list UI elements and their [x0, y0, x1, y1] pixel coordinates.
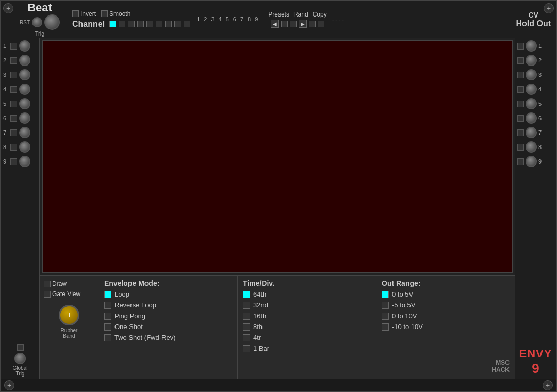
trig-item-3: 3	[3, 69, 37, 80]
cv-checkbox-2[interactable]	[517, 57, 524, 64]
invert-checkbox[interactable]	[72, 10, 79, 17]
envelope-mode-reverse-loop[interactable]: Reverse Loop	[104, 301, 232, 309]
trig-knob-6[interactable]	[19, 112, 30, 124]
channel-btn-9[interactable]	[184, 21, 190, 27]
time-1bar[interactable]: 1 Bar	[243, 345, 371, 352]
channel-btn-2[interactable]	[119, 21, 125, 27]
range-neg5-5v-checkbox[interactable]	[382, 302, 389, 309]
global-trig-knob[interactable]	[14, 353, 26, 364]
trig-knob-3[interactable]	[19, 69, 30, 80]
trig-knob-4[interactable]	[19, 84, 30, 95]
time-4tr[interactable]: 4tr	[243, 334, 371, 341]
invert-option[interactable]: Invert	[72, 10, 96, 18]
gate-view-checkbox[interactable]	[44, 291, 51, 298]
trig-knob-8[interactable]	[19, 141, 30, 153]
cv-knob-1[interactable]	[526, 40, 537, 52]
envelope-mode-one-shot[interactable]: One Shot	[104, 323, 232, 331]
time-16th[interactable]: 16th	[243, 312, 371, 320]
beat-knob[interactable]	[44, 14, 60, 30]
time-8th[interactable]: 8th	[243, 323, 371, 331]
prev-preset-btn[interactable]: ◀	[271, 20, 279, 28]
cv-knob-5[interactable]	[526, 98, 537, 109]
cv-checkbox-6[interactable]	[517, 115, 524, 122]
cv-knob-9[interactable]	[526, 156, 537, 167]
trig-checkbox-1[interactable]	[10, 43, 17, 50]
cv-checkbox-5[interactable]	[517, 101, 524, 107]
cv-knob-6[interactable]	[526, 112, 537, 124]
range-0-10v-checkbox[interactable]	[382, 313, 389, 320]
trig-knob-7[interactable]	[19, 127, 30, 138]
envelope-mode-two-shot[interactable]: Two Shot (Fwd-Rev)	[104, 334, 232, 341]
rand-btn[interactable]	[309, 21, 316, 27]
time-4tr-checkbox[interactable]	[243, 334, 250, 341]
time-32nd-checkbox[interactable]	[243, 302, 250, 309]
cv-checkbox-9[interactable]	[517, 158, 524, 165]
trig-knob-1[interactable]	[19, 40, 30, 52]
trig-checkbox-5[interactable]	[10, 101, 17, 107]
trig-checkbox-8[interactable]	[10, 144, 17, 151]
channel-btn-3[interactable]	[128, 21, 135, 27]
cv-knob-3[interactable]	[526, 69, 537, 80]
smooth-option[interactable]: Smooth	[101, 10, 130, 18]
cv-checkbox-7[interactable]	[517, 129, 524, 136]
two-shot-checkbox[interactable]	[104, 334, 111, 341]
smooth-checkbox[interactable]	[101, 10, 108, 17]
channel-btn-6[interactable]	[156, 21, 162, 27]
cv-checkbox-4[interactable]	[517, 86, 524, 93]
time-64th-checkbox[interactable]	[243, 291, 250, 298]
rst-knob[interactable]	[32, 17, 42, 27]
copy-btn[interactable]	[318, 21, 324, 27]
cv-checkbox-8[interactable]	[517, 144, 524, 151]
cv-knob-2[interactable]	[526, 55, 537, 66]
waveform-display[interactable]	[42, 40, 513, 273]
next-preset-btn[interactable]: ▶	[299, 20, 307, 28]
channel-btn-8[interactable]	[174, 21, 181, 27]
gate-view-option[interactable]: Gate View	[44, 290, 94, 298]
plus-top-left[interactable]: +	[3, 3, 13, 13]
plus-bottom-right[interactable]: +	[543, 380, 553, 390]
one-shot-checkbox[interactable]	[104, 323, 111, 331]
trig-checkbox-2[interactable]	[10, 57, 17, 64]
time-32nd[interactable]: 32nd	[243, 301, 371, 309]
global-trig-checkbox[interactable]	[17, 344, 24, 351]
time-16th-checkbox[interactable]	[243, 313, 250, 320]
channel-btn-7[interactable]	[165, 21, 172, 27]
ping-pong-checkbox[interactable]	[104, 313, 111, 320]
range-neg5-5v[interactable]: -5 to 5V	[382, 301, 510, 309]
range-0-5v-checkbox[interactable]	[382, 291, 389, 298]
trig-knob-5[interactable]	[19, 98, 30, 109]
envelope-mode-ping-pong[interactable]: Ping Pong	[104, 312, 232, 320]
cv-knob-7[interactable]	[526, 127, 537, 138]
channel-btn-5[interactable]	[146, 21, 153, 27]
time-64th[interactable]: 64th	[243, 290, 371, 298]
plus-top-right[interactable]: +	[544, 3, 554, 13]
trig-checkbox-7[interactable]	[10, 129, 17, 136]
trig-knob-9[interactable]	[19, 156, 30, 167]
range-neg10-10v-checkbox[interactable]	[382, 323, 389, 331]
trig-checkbox-6[interactable]	[10, 115, 17, 122]
trig-checkbox-9[interactable]	[10, 158, 17, 165]
reverse-loop-checkbox[interactable]	[104, 302, 111, 309]
cv-knob-8[interactable]	[526, 141, 537, 153]
cv-knob-4[interactable]	[526, 84, 537, 95]
trig-checkbox-3[interactable]	[10, 72, 17, 78]
loop-checkbox[interactable]	[104, 291, 111, 298]
range-0-5v[interactable]: 0 to 5V	[382, 290, 510, 298]
cv-checkbox-3[interactable]	[517, 72, 524, 78]
range-neg10-10v[interactable]: -10 to 10V	[382, 323, 510, 331]
channel-btn-4[interactable]	[137, 21, 144, 27]
time-8th-checkbox[interactable]	[243, 323, 250, 331]
trig-knob-2[interactable]	[19, 55, 30, 66]
draw-checkbox[interactable]	[44, 281, 51, 287]
rubber-band-knob[interactable]: I	[59, 305, 79, 325]
plus-bottom-left[interactable]: +	[4, 380, 14, 390]
preset-btn-2[interactable]	[290, 21, 297, 27]
time-1bar-checkbox[interactable]	[243, 345, 250, 352]
range-0-10v[interactable]: 0 to 10V	[382, 312, 510, 320]
cv-checkbox-1[interactable]	[517, 43, 524, 50]
trig-checkbox-4[interactable]	[10, 86, 17, 93]
draw-option[interactable]: Draw	[44, 280, 94, 287]
channel-btn-active[interactable]	[109, 21, 116, 27]
envelope-mode-loop[interactable]: Loop	[104, 290, 232, 298]
preset-btn-1[interactable]	[281, 21, 288, 27]
